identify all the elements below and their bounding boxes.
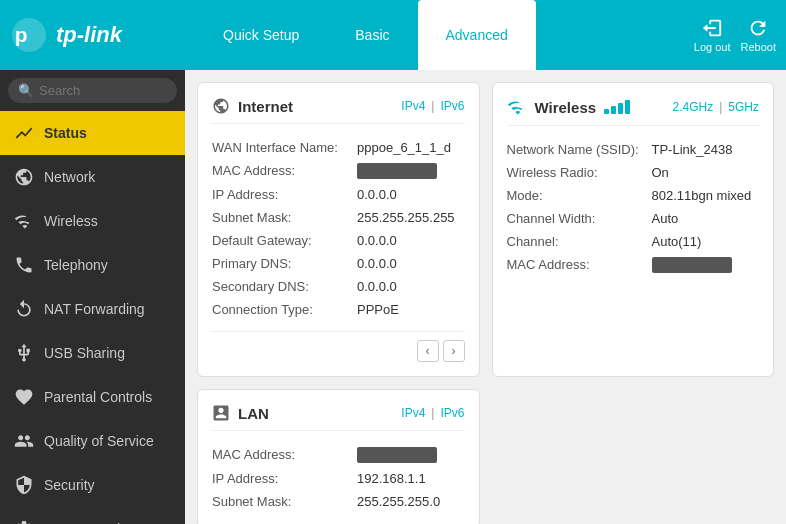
internet-row-0: WAN Interface Name: pppoe_6_1_1_d: [212, 136, 465, 159]
internet-value-5: 0.0.0.0: [357, 256, 397, 271]
main-nav: Quick Setup Basic Advanced: [195, 0, 694, 70]
internet-value-6: 0.0.0.0: [357, 279, 397, 294]
search-input[interactable]: [39, 83, 167, 98]
lan-value-0: [357, 447, 437, 463]
internet-card-title: Internet: [238, 98, 293, 115]
sidebar-item-system-tools[interactable]: System Tools: [0, 507, 185, 524]
wifi-bar-1: [604, 109, 609, 114]
wifi-bar-2: [611, 106, 616, 114]
lan-ipv6-link[interactable]: IPv6: [440, 406, 464, 420]
sidebar-label-telephony: Telephony: [44, 257, 108, 273]
lan-card-links: IPv4 | IPv6: [401, 406, 464, 420]
lan-title-area: LAN: [212, 404, 269, 422]
wireless-value-1: On: [652, 165, 669, 180]
sidebar-item-usb[interactable]: USB Sharing: [0, 331, 185, 375]
lan-card-title: LAN: [238, 405, 269, 422]
parental-icon: [14, 387, 34, 407]
lan-row-0: MAC Address:: [212, 443, 465, 467]
sidebar-item-qos[interactable]: Quality of Service: [0, 419, 185, 463]
wireless-row-4: Channel: Auto(11): [507, 230, 760, 253]
internet-row-5: Primary DNS: 0.0.0.0: [212, 252, 465, 275]
tab-quick-setup[interactable]: Quick Setup: [195, 0, 327, 70]
logout-label: Log out: [694, 41, 731, 53]
status-icon: [14, 123, 34, 143]
wireless-row-0: Network Name (SSID): TP-Link_2438: [507, 138, 760, 161]
internet-card: Internet IPv4 | IPv6 WAN Interface Name:…: [197, 82, 480, 377]
wireless-value-3: Auto: [652, 211, 679, 226]
wireless-label-4: Channel:: [507, 234, 652, 249]
wireless-card-title: Wireless: [535, 99, 597, 116]
wireless-link-sep: |: [719, 100, 722, 114]
internet-row-4: Default Gateway: 0.0.0.0: [212, 229, 465, 252]
lan-ipv4-link[interactable]: IPv4: [401, 406, 425, 420]
usb-icon: [14, 343, 34, 363]
sidebar-label-security: Security: [44, 477, 95, 493]
internet-label-1: MAC Address:: [212, 163, 357, 179]
reboot-icon: [747, 17, 769, 39]
internet-row-6: Secondary DNS: 0.0.0.0: [212, 275, 465, 298]
wifi-bar-4: [625, 100, 630, 114]
wireless-row-5: MAC Address:: [507, 253, 760, 277]
sidebar-item-status[interactable]: Status: [0, 111, 185, 155]
main-content: Internet IPv4 | IPv6 WAN Interface Name:…: [185, 70, 786, 524]
header-actions: Log out Reboot: [694, 17, 776, 53]
internet-card-header: Internet IPv4 | IPv6: [212, 97, 465, 124]
sidebar-item-wireless[interactable]: Wireless: [0, 199, 185, 243]
internet-title-area: Internet: [212, 97, 293, 115]
wireless-label-1: Wireless Radio:: [507, 165, 652, 180]
internet-label-4: Default Gateway:: [212, 233, 357, 248]
tools-icon: [14, 519, 34, 524]
sidebar-item-nat[interactable]: NAT Forwarding: [0, 287, 185, 331]
reboot-label: Reboot: [741, 41, 776, 53]
search-box[interactable]: 🔍: [8, 78, 177, 103]
tab-advanced[interactable]: Advanced: [418, 0, 536, 70]
internet-ipv4-link[interactable]: IPv4: [401, 99, 425, 113]
tab-basic[interactable]: Basic: [327, 0, 417, 70]
sidebar-label-usb: USB Sharing: [44, 345, 125, 361]
wireless-card: Wireless 2.4GHz | 5GHz Network Name: [492, 82, 775, 377]
internet-row-2: IP Address: 0.0.0.0: [212, 183, 465, 206]
wireless-card-icon: [507, 97, 527, 117]
sidebar-label-wireless: Wireless: [44, 213, 98, 229]
wifi-signal-bars: [604, 100, 630, 114]
wireless-2ghz-link[interactable]: 2.4GHz: [673, 100, 714, 114]
reboot-button[interactable]: Reboot: [741, 17, 776, 53]
lan-row-2: Subnet Mask: 255.255.255.0: [212, 490, 465, 513]
internet-label-6: Secondary DNS:: [212, 279, 357, 294]
internet-value-7: PPPoE: [357, 302, 399, 317]
lan-label-1: IP Address:: [212, 471, 357, 486]
internet-value-4: 0.0.0.0: [357, 233, 397, 248]
wireless-value-4: Auto(11): [652, 234, 702, 249]
sidebar-label-qos: Quality of Service: [44, 433, 154, 449]
logo-area: p tp-link: [10, 16, 195, 54]
internet-ipv6-link[interactable]: IPv6: [440, 99, 464, 113]
sidebar-label-nat: NAT Forwarding: [44, 301, 145, 317]
internet-value-3: 255.255.255.255: [357, 210, 455, 225]
internet-next-button[interactable]: ›: [443, 340, 465, 362]
tplink-logo-icon: p: [10, 16, 48, 54]
wireless-title-area: Wireless: [507, 97, 631, 117]
logout-button[interactable]: Log out: [694, 17, 731, 53]
wireless-card-links: 2.4GHz | 5GHz: [673, 100, 760, 114]
sidebar-item-security[interactable]: Security: [0, 463, 185, 507]
internet-row-1: MAC Address:: [212, 159, 465, 183]
sidebar-item-telephony[interactable]: Telephony: [0, 243, 185, 287]
wifi-bar-3: [618, 103, 623, 114]
page-layout: 🔍 Status Network Wireless Teleph: [0, 70, 786, 524]
sidebar-label-status: Status: [44, 125, 87, 141]
wireless-value-2: 802.11bgn mixed: [652, 188, 752, 203]
sidebar-item-parental[interactable]: Parental Controls: [0, 375, 185, 419]
internet-link-sep: |: [431, 99, 434, 113]
sidebar-item-network[interactable]: Network: [0, 155, 185, 199]
nat-icon: [14, 299, 34, 319]
internet-value-1: [357, 163, 437, 179]
internet-row-7: Connection Type: PPPoE: [212, 298, 465, 321]
wireless-label-2: Mode:: [507, 188, 652, 203]
wireless-value-0: TP-Link_2438: [652, 142, 733, 157]
lan-icon: [212, 404, 230, 422]
lan-card-header: LAN IPv4 | IPv6: [212, 404, 465, 431]
internet-prev-button[interactable]: ‹: [417, 340, 439, 362]
wireless-5ghz-link[interactable]: 5GHz: [728, 100, 759, 114]
sidebar: 🔍 Status Network Wireless Teleph: [0, 70, 185, 524]
lan-link-sep: |: [431, 406, 434, 420]
